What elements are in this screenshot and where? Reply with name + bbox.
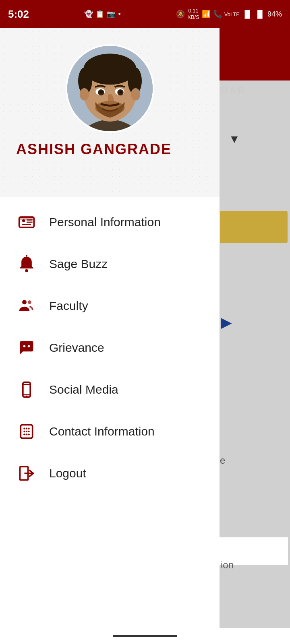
- menu-label-social-media: Social Media: [49, 383, 118, 396]
- social-media-icon: [16, 379, 37, 400]
- navigation-drawer: ASHISH GANGRADE Personal Information: [0, 28, 220, 644]
- svg-point-8: [131, 88, 140, 101]
- menu-list: Personal Information Sage Buzz: [0, 197, 220, 644]
- signal-bars: ▐▌: [242, 10, 253, 19]
- sage-buzz-icon: [16, 254, 37, 275]
- mute-icon: 🔕: [176, 10, 185, 19]
- menu-item-sage-buzz[interactable]: Sage Buzz: [0, 243, 220, 285]
- svg-point-13: [100, 91, 102, 93]
- volte-icon: VoLTE: [224, 11, 240, 17]
- dot-icon: •: [118, 10, 120, 19]
- svg-point-34: [26, 427, 27, 429]
- status-icons: 👻 📋 📷 •: [84, 10, 120, 19]
- avatar: [66, 44, 154, 133]
- bg-right-dark: [218, 28, 290, 80]
- svg-point-7: [79, 88, 89, 101]
- status-time: 5:02: [8, 8, 29, 21]
- svg-point-26: [23, 345, 26, 348]
- menu-item-personal-info[interactable]: Personal Information: [0, 201, 220, 243]
- bg-text-ion: ion: [221, 559, 234, 571]
- user-name: ASHISH GANGRADE: [16, 141, 172, 158]
- snapchat-icon: 👻: [84, 10, 93, 19]
- call-icon: 📞: [213, 10, 222, 19]
- signal-bars-2: ▐▌: [255, 10, 265, 19]
- profile-header: ASHISH GANGRADE: [0, 28, 220, 197]
- calendar-label: DAR: [221, 85, 246, 97]
- battery-percent: 94%: [267, 10, 282, 19]
- home-indicator: [113, 635, 177, 637]
- svg-point-33: [23, 427, 25, 429]
- bg-dropdown-arrow: ▼: [229, 133, 240, 146]
- menu-item-logout[interactable]: Logout: [0, 452, 220, 494]
- faculty-icon: [16, 295, 37, 316]
- menu-item-contact-info[interactable]: Contact Information: [0, 411, 220, 452]
- avatar-container: [66, 44, 154, 133]
- svg-point-25: [28, 300, 31, 304]
- bg-panel-content: DAR: [218, 80, 290, 101]
- menu-label-personal-info: Personal Information: [49, 215, 161, 229]
- menu-item-social-media[interactable]: Social Media: [0, 369, 220, 411]
- svg-point-37: [26, 431, 27, 432]
- svg-point-27: [28, 345, 30, 348]
- menu-label-faculty: Faculty: [49, 299, 88, 313]
- bg-text-e: e: [220, 455, 225, 466]
- menu-item-grievance[interactable]: Grievance: [0, 327, 220, 369]
- bg-right-arrow: ▶: [221, 314, 232, 331]
- svg-point-35: [28, 427, 29, 429]
- svg-point-36: [23, 431, 25, 432]
- wifi-icon: 📶: [202, 10, 211, 19]
- bg-gold-button: [220, 211, 288, 243]
- menu-label-contact-info: Contact Information: [49, 425, 155, 438]
- svg-point-41: [28, 433, 29, 435]
- grievance-icon: [16, 337, 37, 358]
- menu-label-logout: Logout: [49, 466, 86, 480]
- personal-info-icon: [16, 212, 37, 233]
- status-right-icons: 🔕 0.11 KB/S 📶 📞 VoLTE ▐▌ ▐▌ 94%: [176, 8, 282, 20]
- menu-label-grievance: Grievance: [49, 341, 104, 355]
- menu-item-faculty[interactable]: Faculty: [0, 285, 220, 327]
- avatar-image: [67, 46, 153, 131]
- menu-label-sage-buzz: Sage Buzz: [49, 257, 108, 271]
- sim-icon: 📋: [95, 10, 104, 19]
- svg-point-31: [26, 396, 27, 397]
- svg-point-14: [120, 91, 122, 93]
- svg-point-38: [28, 431, 29, 432]
- status-bar: 5:02 👻 📋 📷 • 🔕 0.11 KB/S 📶 📞 VoLTE ▐▌ ▐▌…: [0, 0, 290, 28]
- bottom-navigation-bar: [0, 628, 290, 644]
- svg-point-39: [23, 433, 25, 435]
- contact-info-icon: [16, 421, 37, 442]
- logout-icon: [16, 463, 37, 484]
- svg-point-22: [25, 269, 28, 272]
- network-speed: 0.11 KB/S: [187, 8, 199, 20]
- instagram-icon: 📷: [107, 10, 116, 19]
- svg-rect-21: [19, 217, 34, 220]
- svg-point-40: [26, 433, 27, 435]
- svg-point-24: [22, 300, 27, 304]
